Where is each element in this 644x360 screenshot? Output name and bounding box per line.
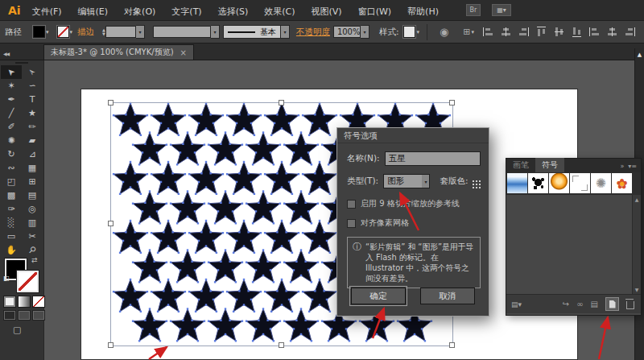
rotate-tool[interactable]: ↻ — [1, 147, 22, 161]
swap-fill-stroke-icon[interactable]: ⇄ — [31, 256, 38, 264]
gradient-tool[interactable]: ▤ — [22, 188, 43, 202]
symbol-sprayer-tool[interactable]: ░ — [1, 216, 22, 230]
distribute-center-icon[interactable] — [607, 27, 617, 36]
pencil-tool[interactable]: ✏ — [22, 120, 43, 134]
scroll-up-icon[interactable]: ▲ — [635, 52, 644, 58]
symbol-thumb-swirl[interactable]: ✺ — [591, 173, 611, 193]
stroke-link[interactable]: 描边 — [77, 27, 94, 38]
symbol-thumb-flower[interactable]: ✿ — [612, 173, 632, 193]
opacity-caret-icon[interactable]: ▾ — [361, 25, 369, 39]
free-transform-tool[interactable]: ▦ — [22, 161, 43, 175]
align-right-icon[interactable] — [518, 27, 529, 36]
align-bottom-icon[interactable] — [572, 27, 581, 37]
workspace-switcher-icon[interactable]: ▦▾ — [492, 4, 511, 16]
style-caret-icon[interactable]: ▾ — [416, 29, 419, 35]
align-left-icon[interactable] — [483, 27, 493, 36]
panel-scroll-up-icon[interactable]: ▲ — [635, 195, 639, 204]
slice-tool[interactable]: ✂ — [22, 230, 43, 243]
blend-tool[interactable]: ◎ — [22, 202, 43, 216]
opacity-field[interactable]: 100% — [333, 26, 361, 38]
tab-brushes[interactable]: 画笔 — [506, 158, 535, 172]
selection-handle[interactable] — [108, 100, 114, 106]
hand-tool[interactable]: ✋ — [1, 243, 22, 257]
selection-handle[interactable] — [449, 342, 455, 348]
draw-behind-button[interactable] — [18, 310, 31, 321]
gradient-button[interactable] — [18, 296, 31, 308]
zoom-tool[interactable]: ⚲ — [22, 243, 43, 257]
symbol-options-icon[interactable]: ▤ — [591, 300, 598, 308]
eyedropper-tool[interactable]: ✑ — [1, 202, 22, 216]
variable-width-profile-field[interactable] — [153, 26, 211, 38]
selection-handle[interactable] — [108, 342, 114, 348]
line-segment-tool[interactable]: ╱ — [1, 106, 22, 120]
star-shape-tool[interactable]: ★ — [22, 106, 43, 120]
place-symbol-instance-icon[interactable]: ↪ — [563, 300, 569, 308]
symbol-libraries-icon[interactable]: ▤▾ — [511, 300, 522, 308]
mesh-tool[interactable]: ▩ — [1, 188, 22, 202]
collapse-panels-icon[interactable]: ◀◀ — [3, 51, 43, 56]
align-center-icon[interactable] — [501, 27, 511, 36]
selection-handle[interactable] — [449, 100, 455, 106]
dialog-title[interactable]: 符号选项 — [337, 128, 489, 143]
type-tool[interactable]: T — [22, 93, 43, 106]
scale-tool[interactable]: ⊿ — [22, 147, 43, 161]
slice-guides-label[interactable]: 启用 9 格切片缩放的参考线 — [361, 198, 460, 209]
selection-handle[interactable] — [279, 100, 284, 106]
color-button[interactable] — [3, 296, 16, 308]
lasso-tool[interactable]: ∽ — [22, 79, 43, 93]
recolor-artwork-icon[interactable]: ◉ — [440, 26, 448, 38]
style-swatch[interactable] — [403, 26, 415, 38]
selection-tool[interactable]: ➤ — [1, 65, 22, 79]
paintbrush-tool[interactable]: ✐ — [1, 120, 22, 134]
artboard-tool[interactable]: ▭ — [1, 230, 22, 243]
document-tab[interactable]: 未标题-3* @ 100% (CMYK/预览) × — [43, 44, 194, 60]
slice-guides-checkbox[interactable] — [347, 200, 356, 209]
profile-caret-icon[interactable]: ▾ — [211, 25, 220, 39]
menu-item[interactable]: 文字(T) — [171, 6, 201, 17]
menu-item[interactable]: 窗口(W) — [358, 6, 391, 17]
shape-builder-tool[interactable]: ◰ — [1, 175, 22, 188]
magic-wand-tool[interactable]: ✶ — [1, 79, 22, 93]
tab-symbols[interactable]: 符号 — [535, 158, 564, 172]
draw-inside-button[interactable] — [32, 310, 45, 321]
menu-item[interactable]: 选择(S) — [218, 6, 249, 17]
symbol-thumb-orange-orb[interactable] — [549, 173, 569, 193]
bridge-icon[interactable]: Br — [466, 4, 481, 16]
stroke-none-swatch[interactable] — [17, 271, 39, 292]
menu-item[interactable]: 帮助(H) — [407, 6, 439, 17]
symbol-thumb-gradient-sky[interactable] — [507, 173, 527, 193]
selection-handle[interactable] — [108, 221, 114, 226]
distribute-right-icon[interactable] — [625, 27, 635, 36]
close-tab-icon[interactable]: × — [180, 48, 187, 57]
column-graph-tool[interactable]: ▥ — [22, 216, 43, 230]
panel-grip[interactable] — [15, 62, 28, 64]
break-symbol-link-icon[interactable]: ∞ — [576, 300, 583, 308]
width-tool[interactable]: ∾ — [1, 161, 22, 175]
pixel-grid-checkbox[interactable] — [347, 219, 356, 228]
align-middle-icon[interactable] — [555, 27, 564, 37]
stroke-caret-icon[interactable]: ▾ — [70, 29, 73, 35]
pen-tool[interactable]: ✒ — [1, 93, 22, 106]
delete-symbol-icon[interactable] — [626, 301, 634, 309]
direct-selection-tool[interactable]: ➢ — [22, 65, 43, 79]
panel-expand-icon[interactable]: » — [620, 163, 624, 170]
panel-scrollbar[interactable]: ▲ ▼ — [632, 195, 641, 294]
selection-handle[interactable] — [279, 342, 284, 348]
menu-item[interactable]: 效果(C) — [264, 6, 295, 17]
menu-item[interactable]: 文件(F) — [32, 6, 62, 17]
panel-menu-icon[interactable]: ▾≡ — [628, 163, 637, 170]
menu-item[interactable]: 对象(O) — [124, 6, 155, 17]
brush-definition-dropdown[interactable]: 基本 — [223, 25, 281, 39]
new-symbol-button[interactable] — [605, 297, 619, 311]
eraser-tool[interactable]: ▰ — [22, 134, 43, 147]
pixel-grid-label[interactable]: 对齐像素网格 — [361, 217, 409, 229]
draw-normal-button[interactable] — [3, 310, 16, 321]
menu-item[interactable]: 编辑(E) — [78, 6, 109, 17]
type-dropdown[interactable]: 图形 ▾ — [383, 174, 430, 188]
menu-item[interactable]: 视图(V) — [312, 6, 342, 17]
fill-color-swatch[interactable] — [33, 26, 45, 38]
registration-point-grid[interactable] — [473, 180, 474, 182]
default-swatches-icon[interactable]: ◧ — [3, 275, 10, 282]
panel-scroll-down-icon[interactable]: ▼ — [635, 285, 639, 294]
ok-button[interactable]: 确定 — [351, 288, 406, 304]
